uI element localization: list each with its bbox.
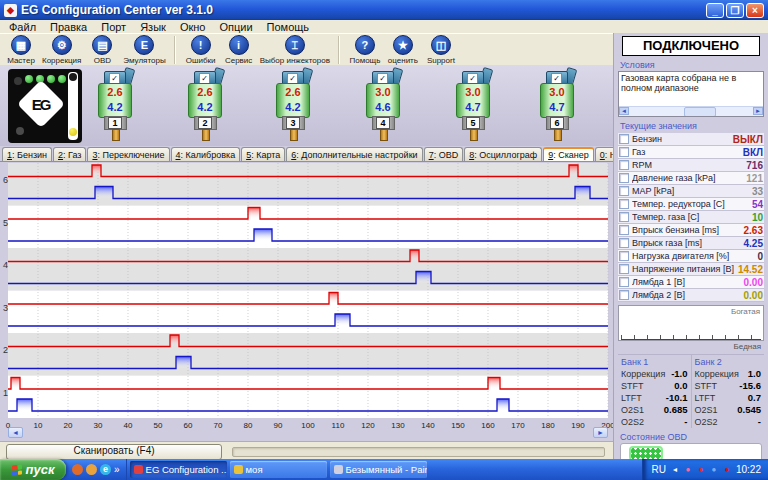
injector-3[interactable]: ✓ 2.6 4.2 3 [274, 71, 314, 143]
scroll-left-icon[interactable]: ◄ [8, 427, 23, 438]
minimize-button[interactable]: _ [706, 3, 724, 18]
value-row: MAP [kPa] 33 [618, 185, 764, 198]
obd-icon: ▤ [92, 35, 112, 55]
conditions-scrollbar[interactable]: ◄ ► [619, 106, 763, 116]
svg-text:4: 4 [3, 260, 8, 270]
value-readout: 121 [746, 173, 763, 184]
toolbar-injector-select-button[interactable]: ⌶ Выбор инжекторов [260, 35, 330, 65]
menu-item-5[interactable]: Опции [212, 21, 259, 33]
injector-nozzle-icon [290, 129, 298, 141]
menu-item-0[interactable]: Файл [2, 21, 43, 33]
injector-1[interactable]: ✓ 2.6 4.2 1 [96, 71, 136, 143]
toolbar-help-button[interactable]: ? Помощь [348, 35, 382, 65]
injector-number: 2 [198, 117, 212, 129]
taskbar-task-2[interactable]: Безымянный - Paint [330, 461, 427, 478]
toolbar-support-button[interactable]: ◫ Support [424, 35, 458, 65]
taskbar-task-1[interactable]: моя [230, 461, 327, 478]
value-checkbox[interactable] [619, 277, 629, 287]
menu-item-4[interactable]: Окно [173, 21, 213, 33]
injector-number: 4 [376, 117, 390, 129]
restore-button[interactable]: ❐ [726, 3, 744, 18]
taskbar-task-0[interactable]: EG Configuration ... [130, 461, 227, 478]
tab-5[interactable]: 6: Дополнительные настройки [286, 147, 422, 161]
quicklaunch-more-chevron[interactable]: » [114, 464, 120, 475]
svg-text:5: 5 [3, 218, 8, 228]
value-checkbox[interactable] [619, 186, 629, 196]
value-checkbox[interactable] [619, 134, 629, 144]
toolbar-obd-button[interactable]: ▤ OBD [85, 35, 119, 65]
injector-2[interactable]: ✓ 2.6 4.2 2 [186, 71, 226, 143]
value-checkbox[interactable] [619, 173, 629, 183]
scan-button[interactable]: Сканировать (F4) [6, 444, 222, 460]
value-checkbox[interactable] [619, 160, 629, 170]
tray-icon-2[interactable]: ● [696, 465, 706, 475]
value-checkbox[interactable] [619, 238, 629, 248]
start-button[interactable]: пуск [0, 459, 66, 480]
value-checkbox[interactable] [619, 264, 629, 274]
conditions-scroll-left-icon[interactable]: ◄ [619, 107, 629, 115]
value-row: Напряжение питания [B] 14.52 [618, 263, 764, 276]
value-row: Нагрузка двигателя [%] 0 [618, 250, 764, 263]
menu-item-1[interactable]: Правка [43, 21, 94, 33]
status-led-off [14, 77, 22, 85]
tab-6[interactable]: 7: OBD [424, 147, 464, 161]
errors-icon: ! [191, 35, 211, 55]
gas-injection-time: 4.2 [189, 100, 221, 114]
tab-1[interactable]: 2: Газ [53, 147, 86, 161]
menu-item-2[interactable]: Порт [94, 21, 133, 33]
scroll-right-icon[interactable]: ► [593, 427, 608, 438]
conditions-text[interactable]: Газовая карта собрана не в полном диапаз… [618, 71, 764, 117]
value-checkbox[interactable] [619, 251, 629, 261]
value-checkbox[interactable] [619, 147, 629, 157]
taskbar: пуск e» EG Configuration ... моя Безымян… [0, 459, 768, 480]
quicklaunch-icon-2[interactable] [86, 464, 97, 475]
injector-nozzle-icon [112, 129, 120, 141]
value-checkbox[interactable] [619, 290, 629, 300]
current-values-title: Текущие значения [620, 121, 762, 131]
tab-0[interactable]: 1: Бензин [2, 147, 52, 161]
toolbar-rate-button[interactable]: ★ оценить [386, 35, 420, 65]
injector-6[interactable]: ✓ 3.0 4.7 6 [538, 71, 578, 143]
window-title: EG Configuration Center ver 3.1.0 [21, 3, 704, 17]
value-checkbox[interactable] [619, 212, 629, 222]
toolbar-service-button[interactable]: i Сервис [222, 35, 256, 65]
tray-icon-4[interactable]: ● [722, 465, 732, 475]
injector-5[interactable]: ✓ 3.0 4.7 5 [454, 71, 494, 143]
injector-4[interactable]: ✓ 3.0 4.6 4 [364, 71, 404, 143]
quicklaunch-icon-3[interactable]: e [100, 464, 111, 475]
status-row: Сканировать (F4) [0, 441, 613, 460]
bank-row: STFT0.0 [621, 380, 688, 392]
toolbar-errors-button[interactable]: ! Ошибки [184, 35, 218, 65]
value-checkbox[interactable] [619, 225, 629, 235]
tab-8[interactable]: 9: Сканер [543, 147, 594, 161]
value-row: Газ ВКЛ [618, 146, 764, 159]
menu-item-6[interactable]: Помощь [260, 21, 317, 33]
gas-injection-time: 4.7 [457, 100, 489, 114]
close-button[interactable]: × [746, 3, 764, 18]
gas-injection-time: 4.2 [99, 100, 131, 114]
quick-launch: e» [66, 459, 127, 480]
toolbar-emulators-button[interactable]: E Эмуляторы [123, 35, 165, 65]
conditions-scroll-thumb[interactable] [684, 107, 716, 117]
tab-2[interactable]: 3: Переключение [87, 147, 169, 161]
language-indicator[interactable]: RU [652, 464, 666, 475]
eg-logo-diamond: EG [17, 80, 65, 128]
tray-icon-3[interactable]: ● [709, 465, 719, 475]
tray-chevron-icon[interactable]: ◂ [670, 465, 680, 475]
quicklaunch-icon-1[interactable] [72, 464, 83, 475]
toolbar-correction-button[interactable]: ⚙ Коррекция [42, 35, 81, 65]
chart-horizontal-scrollbar[interactable]: ◄ ► [8, 427, 608, 439]
tray-icon-1[interactable]: ● [683, 465, 693, 475]
gas-injection-time: 4.6 [367, 100, 399, 114]
petrol-injection-time: 2.6 [99, 84, 131, 100]
right-panel: ПОДКЛЮЧЕНО Условия Газовая карта собрана… [613, 33, 768, 459]
toolbar-wizard-button[interactable]: ▦ Мастер [4, 35, 38, 65]
petrol-injection-time: 3.0 [541, 84, 573, 100]
tab-4[interactable]: 5: Карта [241, 147, 285, 161]
conditions-scroll-right-icon[interactable]: ► [753, 107, 763, 115]
tab-7[interactable]: 8: Осциллограф [464, 147, 542, 161]
tab-3[interactable]: 4: Калибровка [171, 147, 241, 161]
value-checkbox[interactable] [619, 199, 629, 209]
menu-item-3[interactable]: Язык [133, 21, 173, 33]
value-row: Давление газа [kPa] 121 [618, 172, 764, 185]
